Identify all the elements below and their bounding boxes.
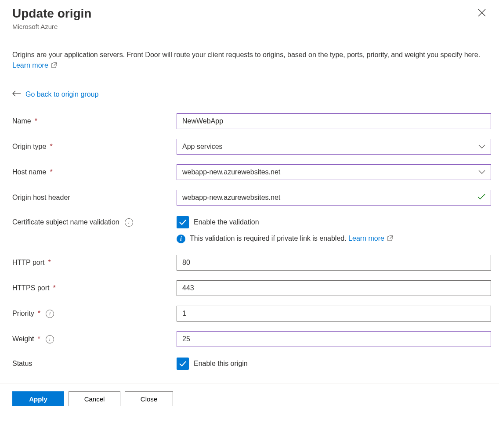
info-solid-icon: i xyxy=(177,235,185,243)
origin-host-header-value: webapp-new.azurewebsites.net xyxy=(182,194,280,202)
arrow-left-icon xyxy=(12,90,21,98)
checkbox-checked-icon xyxy=(177,358,189,370)
learn-more-link[interactable]: Learn more xyxy=(12,61,58,69)
cert-info-text: This validation is required if private l… xyxy=(190,235,348,242)
description-text: Origins are your application servers. Fr… xyxy=(12,50,486,72)
https-port-label: HTTPS port* xyxy=(12,284,177,292)
weight-label: Weight* i xyxy=(12,335,177,343)
chevron-down-icon xyxy=(478,143,485,151)
info-icon[interactable]: i xyxy=(46,310,54,318)
apply-button[interactable]: Apply xyxy=(12,391,64,406)
cancel-button[interactable]: Cancel xyxy=(69,391,120,406)
check-icon xyxy=(477,194,485,202)
status-label: Status xyxy=(12,360,177,368)
https-port-input[interactable] xyxy=(177,280,491,296)
external-link-icon xyxy=(51,61,58,72)
enable-validation-checkbox[interactable]: Enable the validation xyxy=(177,216,487,228)
enable-origin-label: Enable this origin xyxy=(194,360,248,368)
cert-validation-label: Certificate subject name validation i xyxy=(12,218,177,227)
enable-validation-label: Enable the validation xyxy=(194,218,259,226)
origin-host-header-input[interactable]: webapp-new.azurewebsites.net xyxy=(177,190,491,206)
host-name-value: webapp-new.azurewebsites.net xyxy=(182,168,280,176)
weight-input[interactable] xyxy=(177,331,491,347)
enable-origin-checkbox[interactable]: Enable this origin xyxy=(177,358,487,370)
info-icon[interactable]: i xyxy=(46,335,54,343)
description-body: Origins are your application servers. Fr… xyxy=(12,51,480,58)
panel-title: Update origin xyxy=(12,6,487,21)
external-link-icon xyxy=(387,235,394,243)
chevron-down-icon xyxy=(478,168,485,176)
origin-type-value: App services xyxy=(182,143,223,151)
panel-subtitle: Microsoft Azure xyxy=(12,23,487,30)
info-icon[interactable]: i xyxy=(125,218,133,227)
host-name-select[interactable]: webapp-new.azurewebsites.net xyxy=(177,164,491,180)
http-port-label: HTTP port* xyxy=(12,259,177,267)
http-port-input[interactable] xyxy=(177,255,491,271)
go-back-link[interactable]: Go back to origin group xyxy=(25,90,98,98)
name-input[interactable] xyxy=(177,113,491,129)
checkbox-checked-icon xyxy=(177,216,189,228)
name-label: Name* xyxy=(12,117,177,125)
priority-label: Priority* i xyxy=(12,310,177,318)
host-name-label: Host name* xyxy=(12,168,177,176)
origin-host-header-label: Origin host header xyxy=(12,194,177,202)
close-icon[interactable] xyxy=(478,9,486,18)
priority-input[interactable] xyxy=(177,306,491,322)
cert-validation-info: i This validation is required if private… xyxy=(177,235,487,243)
cert-learn-more-link[interactable]: Learn more xyxy=(348,235,394,242)
origin-type-select[interactable]: App services xyxy=(177,139,491,155)
close-button[interactable]: Close xyxy=(125,391,173,406)
origin-type-label: Origin type* xyxy=(12,143,177,151)
